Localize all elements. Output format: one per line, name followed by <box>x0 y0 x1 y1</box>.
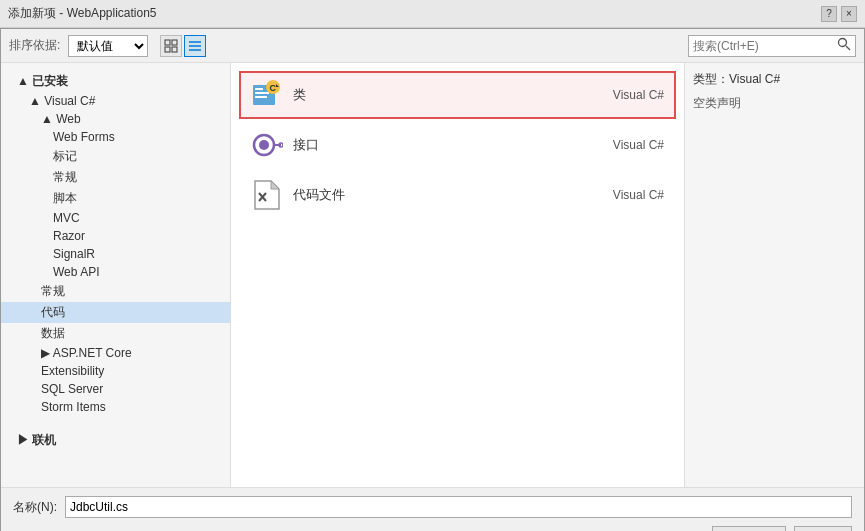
sidebar-item-shuju[interactable]: 数据 <box>1 323 230 344</box>
sidebar-item-razor[interactable]: Razor <box>1 227 230 245</box>
content-area: ▲ 已安装 ▲ Visual C# ▲ Web Web Forms 标记 常规 <box>1 63 864 487</box>
sidebar: ▲ 已安装 ▲ Visual C# ▲ Web Web Forms 标记 常规 <box>1 63 231 487</box>
svg-rect-10 <box>255 88 263 90</box>
svg-rect-2 <box>165 47 170 52</box>
sidebar-item-mvc[interactable]: MVC <box>1 209 230 227</box>
interface-template-icon <box>251 129 283 161</box>
close-button[interactable]: × <box>841 6 857 22</box>
class-template-icon: C <box>251 79 283 111</box>
cancel-button[interactable]: 取消 <box>794 526 852 531</box>
sidebar-item-daima[interactable]: 代码 <box>1 302 230 323</box>
template-list-panel: C 类 Visual C# <box>231 63 684 487</box>
name-input[interactable] <box>65 496 852 518</box>
view-icons <box>160 35 206 57</box>
svg-line-8 <box>846 46 850 50</box>
sort-select[interactable]: 默认值 <box>68 35 148 57</box>
sidebar-item-web[interactable]: ▲ Web <box>1 110 230 128</box>
search-box <box>688 35 856 57</box>
sidebar-item-online[interactable]: ▶ 联机 <box>1 430 230 451</box>
svg-rect-12 <box>255 96 267 98</box>
sidebar-item-webforms[interactable]: Web Forms <box>1 128 230 146</box>
name-row: 名称(N): <box>13 496 852 518</box>
grid-view-button[interactable] <box>160 35 182 57</box>
template-item-interface[interactable]: 接口 Visual C# <box>239 121 676 169</box>
buttons-row: 添加(A) 取消 <box>13 526 852 531</box>
template-item-codefile[interactable]: 代码文件 Visual C# <box>239 171 676 219</box>
svg-point-16 <box>259 140 269 150</box>
codefile-template-name: 代码文件 <box>293 186 564 204</box>
search-icon[interactable] <box>837 37 851 54</box>
interface-template-category: Visual C# <box>574 138 664 152</box>
sidebar-item-signalr[interactable]: SignalR <box>1 245 230 263</box>
svg-marker-20 <box>271 181 279 189</box>
template-item-class[interactable]: C 类 Visual C# <box>239 71 676 119</box>
sidebar-item-changgui[interactable]: 常规 <box>1 167 230 188</box>
sidebar-item-webapi[interactable]: Web API <box>1 263 230 281</box>
sidebar-item-jiaoben[interactable]: 脚本 <box>1 188 230 209</box>
codefile-template-icon <box>251 179 283 211</box>
svg-rect-1 <box>172 40 177 45</box>
help-button[interactable]: ? <box>821 6 837 22</box>
title-bar-text: 添加新项 - WebApplication5 <box>8 5 157 22</box>
svg-text:C: C <box>270 83 277 93</box>
svg-point-7 <box>839 39 847 47</box>
toolbar: 排序依据: 默认值 <box>1 29 864 63</box>
sidebar-item-changgui2[interactable]: 常规 <box>1 281 230 302</box>
bottom-bar: 名称(N): 添加(A) 取消 <box>1 487 864 531</box>
add-new-item-dialog: 排序依据: 默认值 <box>0 28 865 531</box>
type-label: 类型：Visual C# <box>693 71 856 88</box>
class-template-name: 类 <box>293 86 564 104</box>
sidebar-item-visualcsharp[interactable]: ▲ Visual C# <box>1 92 230 110</box>
title-bar-controls: ? × <box>821 6 857 22</box>
sidebar-item-aspnetcore[interactable]: ▶ ASP.NET Core <box>1 344 230 362</box>
sidebar-item-extensibility[interactable]: Extensibility <box>1 362 230 380</box>
sidebar-item-sqlserver[interactable]: SQL Server <box>1 380 230 398</box>
sidebar-item-biaoji[interactable]: 标记 <box>1 146 230 167</box>
list-view-button[interactable] <box>184 35 206 57</box>
right-info-panel: 类型：Visual C# 空类声明 <box>684 63 864 487</box>
title-bar: 添加新项 - WebApplication5 ? × <box>0 0 865 28</box>
type-description: 空类声明 <box>693 94 856 113</box>
svg-rect-11 <box>255 92 269 94</box>
name-label: 名称(N): <box>13 499 57 516</box>
template-list: C 类 Visual C# <box>239 71 676 219</box>
interface-template-name: 接口 <box>293 136 564 154</box>
sidebar-item-installed[interactable]: ▲ 已安装 <box>1 71 230 92</box>
svg-rect-3 <box>172 47 177 52</box>
add-button[interactable]: 添加(A) <box>712 526 786 531</box>
installed-section: ▲ 已安装 ▲ Visual C# ▲ Web Web Forms 标记 常规 <box>1 69 230 418</box>
svg-rect-0 <box>165 40 170 45</box>
sort-label: 排序依据: <box>9 37 60 54</box>
codefile-template-category: Visual C# <box>574 188 664 202</box>
sidebar-item-stormitems[interactable]: Storm Items <box>1 398 230 416</box>
class-template-category: Visual C# <box>574 88 664 102</box>
search-input[interactable] <box>693 39 833 53</box>
